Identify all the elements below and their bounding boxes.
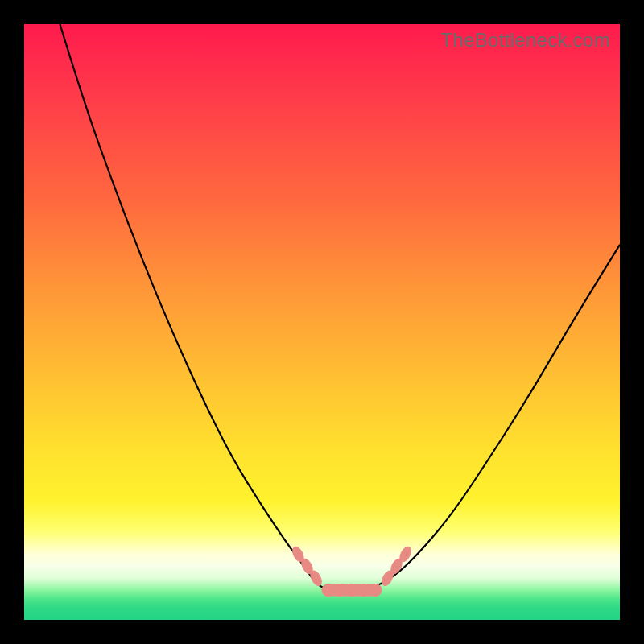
plateau-dot xyxy=(357,584,369,597)
curve-markers xyxy=(291,545,413,596)
plateau-dot xyxy=(369,584,382,597)
bottleneck-curve xyxy=(60,24,620,590)
plot-area: TheBottleneck.com xyxy=(24,24,620,620)
curve-layer xyxy=(24,24,620,620)
plateau-dot xyxy=(322,584,334,597)
plateau-dot xyxy=(346,584,358,597)
outer-frame: TheBottleneck.com xyxy=(0,0,644,644)
plateau-dot xyxy=(334,584,346,597)
